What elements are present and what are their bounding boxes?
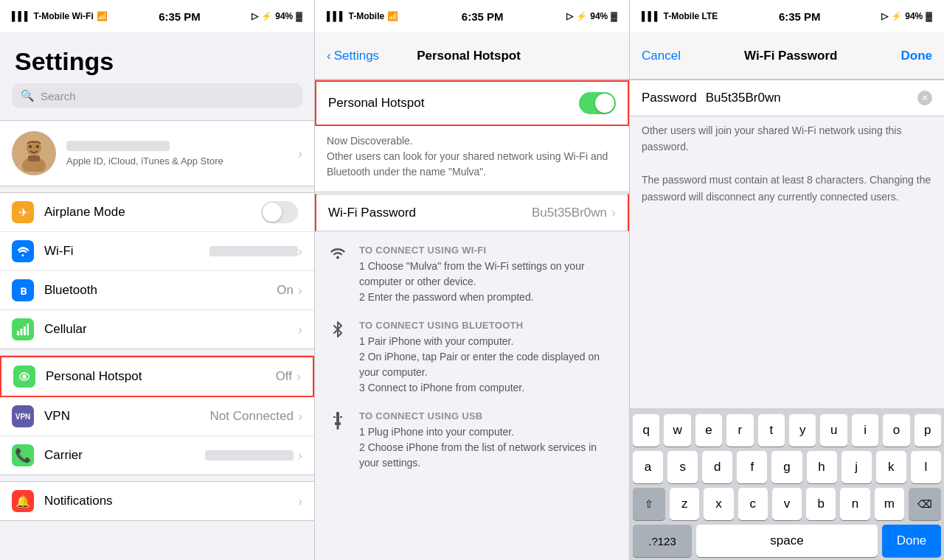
profile-info: Apple ID, iCloud, iTunes & App Store: [66, 141, 288, 167]
keyboard-row-3: ⇧ z x c v b n m ⌫: [633, 488, 941, 520]
key-f[interactable]: f: [737, 451, 767, 483]
status-bar-1: ▌▌▌ T-Mobile Wi-Fi 📶 6:35 PM ▷ ⚡ 94% ▓: [0, 0, 314, 32]
svg-point-10: [22, 374, 27, 379]
keyboard-bottom-row: .?123 space Done: [633, 525, 941, 557]
hotspot-toggle-section: Personal Hotspot Now Discoverable. Other…: [315, 80, 629, 192]
location-icon-3: ▷: [881, 11, 888, 21]
bluetooth-status-icon: ⚡: [261, 11, 272, 21]
key-x[interactable]: x: [704, 488, 733, 520]
key-m[interactable]: m: [875, 488, 904, 520]
wifi-nav-bar: Cancel Wi-Fi Password Done: [630, 32, 944, 80]
sidebar-item-carrier[interactable]: 📞 Carrier ›: [0, 436, 314, 475]
location-icon-2: ▷: [566, 11, 573, 21]
space-key[interactable]: space: [696, 525, 878, 557]
svg-rect-9: [27, 323, 30, 335]
key-g[interactable]: g: [771, 451, 802, 483]
key-e[interactable]: e: [695, 414, 722, 447]
profile-name-blurred: [66, 141, 170, 151]
back-button[interactable]: ‹ Settings: [327, 49, 379, 63]
key-u[interactable]: u: [820, 414, 847, 447]
chevron-right-icon: ›: [298, 146, 302, 161]
hotspot-icon: [13, 365, 35, 388]
connect-bluetooth-header: TO CONNECT USING BLUETOOTH: [359, 320, 617, 331]
hotspot-toggle-row[interactable]: Personal Hotspot: [315, 80, 629, 126]
key-l[interactable]: l: [911, 451, 941, 483]
shift-key[interactable]: ⇧: [633, 488, 665, 520]
key-s[interactable]: s: [667, 451, 698, 483]
wifi-password-row[interactable]: Wi-Fi Password Bu5t35Br0wn ›: [315, 194, 629, 231]
connect-usb-instruction: 1 Plug iPhone into your computer.2 Choos…: [359, 424, 617, 471]
battery-icon: ▓: [296, 11, 302, 21]
airplane-icon: ✈: [12, 201, 34, 223]
connect-bluetooth-item: TO CONNECT USING BLUETOOTH 1 Pair iPhone…: [327, 320, 617, 396]
bluetooth-setting-icon: ʙ: [12, 279, 34, 301]
avatar: [12, 131, 56, 175]
keyboard-row-1: q w e r t y u i o p: [633, 414, 941, 447]
settings-panel: ▌▌▌ T-Mobile Wi-Fi 📶 6:35 PM ▷ ⚡ 94% ▓ S…: [0, 0, 315, 560]
cancel-button[interactable]: Cancel: [642, 49, 681, 63]
sidebar-item-vpn[interactable]: VPN VPN Not Connected ›: [0, 397, 314, 436]
key-n[interactable]: n: [840, 488, 870, 520]
hotspot-nav-title: Personal Hotspot: [379, 49, 558, 63]
notifications-icon: 🔔: [12, 490, 34, 512]
sidebar-item-bluetooth[interactable]: ʙ Bluetooth On ›: [0, 271, 314, 310]
key-c[interactable]: c: [738, 488, 768, 520]
keyboard-done-key[interactable]: Done: [882, 525, 941, 557]
sidebar-item-cellular[interactable]: Cellular ›: [0, 310, 314, 349]
chevron-right-icon: ›: [298, 494, 302, 509]
key-b[interactable]: b: [806, 488, 836, 520]
key-t[interactable]: t: [758, 414, 785, 447]
bluetooth-label: Bluetooth: [44, 283, 277, 298]
delete-key[interactable]: ⌫: [909, 488, 941, 520]
status-bar-2: ▌▌▌ T-Mobile 📶 6:35 PM ▷ ⚡ 94% ▓: [315, 0, 629, 32]
wifi-password-label: Wi-Fi Password: [328, 206, 532, 220]
connect-wifi-item: TO CONNECT USING WI-FI 1 Choose "Mulva" …: [327, 245, 617, 305]
airplane-toggle[interactable]: [261, 201, 298, 223]
key-p[interactable]: p: [914, 414, 941, 447]
connect-bluetooth-instruction: 1 Pair iPhone with your computer.2 On iP…: [359, 334, 617, 396]
signal-icon-2: ▌▌▌: [327, 11, 346, 21]
settings-group-1: ✈ Airplane Mode Wi-Fi › ʙ Bluetooth On: [0, 192, 314, 349]
key-r[interactable]: r: [726, 414, 753, 447]
chevron-left-icon: ‹: [327, 49, 331, 63]
svg-rect-3: [28, 155, 40, 161]
svg-rect-8: [24, 326, 26, 335]
numbers-key[interactable]: .?123: [633, 525, 692, 557]
sidebar-item-hotspot[interactable]: Personal Hotspot Off ›: [0, 356, 314, 397]
key-h[interactable]: h: [807, 451, 837, 483]
carrier-label: Carrier: [44, 448, 205, 463]
back-label: Settings: [334, 49, 379, 63]
done-button[interactable]: Done: [901, 49, 933, 63]
svg-point-11: [336, 256, 339, 259]
wifi-password-panel: ▌▌▌ T-Mobile LTE 6:35 PM ▷ ⚡ 94% ▓ Cance…: [630, 0, 944, 560]
profile-section[interactable]: Apple ID, iCloud, iTunes & App Store ›: [0, 120, 314, 186]
svg-rect-16: [340, 416, 342, 418]
cellular-icon: [12, 318, 34, 340]
chevron-right-icon: ›: [298, 283, 302, 298]
key-q[interactable]: q: [633, 414, 659, 447]
connect-wifi-icon: [327, 245, 349, 259]
key-v[interactable]: v: [772, 488, 802, 520]
hotspot-toggle-switch[interactable]: [579, 92, 616, 114]
key-y[interactable]: y: [789, 414, 816, 447]
clear-button[interactable]: ✕: [917, 91, 932, 105]
key-z[interactable]: z: [670, 488, 699, 520]
connect-usb-icon: [327, 410, 349, 430]
chevron-right-icon: ›: [611, 205, 616, 220]
status-carrier-3: ▌▌▌ T-Mobile LTE: [642, 11, 718, 21]
carrier-value-blurred: [205, 450, 294, 461]
key-o[interactable]: o: [883, 414, 909, 447]
search-bar[interactable]: 🔍 Search: [12, 83, 302, 108]
key-d[interactable]: d: [702, 451, 732, 483]
key-k[interactable]: k: [876, 451, 906, 483]
key-w[interactable]: w: [664, 414, 690, 447]
sidebar-item-wifi[interactable]: Wi-Fi ›: [0, 232, 314, 271]
vpn-value: Not Connected: [210, 409, 294, 424]
sidebar-item-notifications[interactable]: 🔔 Notifications ›: [0, 482, 314, 520]
sidebar-item-airplane[interactable]: ✈ Airplane Mode: [0, 193, 314, 232]
key-j[interactable]: j: [841, 451, 872, 483]
key-a[interactable]: a: [633, 451, 663, 483]
key-i[interactable]: i: [852, 414, 878, 447]
password-input[interactable]: [706, 91, 917, 105]
chevron-right-icon: ›: [298, 448, 302, 463]
